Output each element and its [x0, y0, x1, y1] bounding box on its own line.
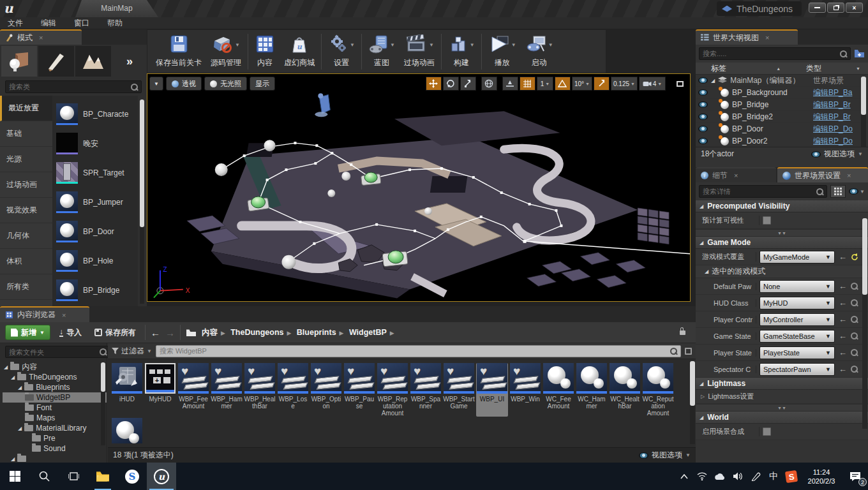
asset-tile[interactable]: ♥WBP_Fee Amount	[177, 363, 209, 417]
asset-tile[interactable]: iHUD	[111, 363, 143, 417]
tree-item[interactable]: ◢内容	[3, 362, 107, 372]
game-state-dropdown[interactable]: GameStateBase▼	[760, 330, 835, 343]
show-menu-button[interactable]: 显示	[250, 77, 275, 91]
browse-icon[interactable]	[851, 366, 858, 373]
details-search-input[interactable]	[703, 188, 816, 195]
play-button[interactable]: ▼ 播放	[484, 33, 521, 70]
outliner-row[interactable]: BP_Bridge 编辑BP_Br	[696, 99, 868, 111]
use-selected-icon[interactable]: ←	[839, 364, 847, 374]
modes-search-input[interactable]	[9, 83, 131, 91]
landscape-mode-button[interactable]	[75, 46, 111, 77]
menu-help[interactable]: 帮助	[107, 18, 123, 29]
surface-snap-button[interactable]	[502, 77, 518, 91]
tree-item[interactable]: ◢	[3, 454, 107, 463]
details-view-options-button[interactable]: ▼	[849, 188, 865, 195]
edit-blueprint-link[interactable]: 编辑BP_Ba	[813, 87, 868, 98]
section-expander[interactable]: ▼▼	[696, 404, 868, 412]
modes-scrollbar[interactable]	[140, 100, 144, 304]
add-new-button[interactable]: 新增▼	[5, 325, 50, 340]
player-controller-dropdown[interactable]: MyController▼	[760, 313, 835, 326]
section-lightmass[interactable]: ◢Lightmass	[696, 378, 868, 390]
blueprints-button[interactable]: ▼ 蓝图	[364, 33, 400, 70]
volume-icon[interactable]	[729, 463, 747, 490]
sogou-tray-icon[interactable]: S	[782, 463, 800, 490]
close-icon[interactable]: ×	[847, 172, 851, 179]
use-selected-icon[interactable]: ←	[839, 252, 847, 262]
save-search-icon[interactable]	[685, 348, 692, 355]
gamemode-override-dropdown[interactable]: MyGameMode▼	[760, 251, 835, 264]
scale-snap-value[interactable]: 0.125▼	[611, 77, 638, 91]
folder-search-input[interactable]	[9, 348, 100, 356]
asset-tile[interactable]: WC_Fee Amount	[542, 363, 574, 417]
import-button[interactable]: ↓ 导入	[56, 327, 86, 338]
minimize-button[interactable]	[809, 3, 826, 13]
visibility-eye-icon[interactable]	[698, 77, 708, 84]
maximize-viewport-button[interactable]	[672, 77, 688, 91]
section-precomputed-visibility[interactable]: ◢Precomputed Visibility	[696, 200, 868, 212]
settings-button[interactable]: ▼ 设置	[324, 33, 359, 70]
browse-icon[interactable]	[851, 299, 858, 306]
breadcrumb-widgetbp[interactable]: WidgetBP	[349, 328, 387, 337]
visibility-eye-icon[interactable]	[698, 89, 708, 96]
asset-tile[interactable]: WC_HealthBar	[609, 363, 641, 417]
forward-button[interactable]: →	[165, 327, 175, 338]
grid-snap-button[interactable]	[520, 77, 535, 91]
section-game-mode[interactable]: ◢Game Mode	[696, 237, 868, 249]
start-button[interactable]	[0, 463, 29, 490]
placeable-item[interactable]: BP_Door	[56, 217, 138, 246]
level-tab[interactable]: MainMap	[75, 0, 158, 17]
placeable-item[interactable]: BP_Jumper	[56, 188, 138, 217]
use-selected-icon[interactable]: ←	[839, 281, 847, 291]
enable-world-composition-checkbox[interactable]	[763, 427, 771, 436]
restore-button[interactable]	[827, 3, 844, 13]
tree-scrollbar[interactable]	[101, 362, 105, 445]
asset-tile[interactable]: ♥WBP_Spanner	[410, 363, 442, 417]
category-basic[interactable]: 基础	[0, 121, 52, 147]
placeable-item[interactable]: BP_Characte	[56, 100, 138, 129]
asset-search-input[interactable]	[160, 347, 670, 355]
expand-icon[interactable]: ◢	[711, 78, 715, 84]
unreal-editor-taskbar-button[interactable]: u	[147, 463, 176, 490]
tutorial-cap-icon[interactable]	[722, 6, 732, 12]
asset-tile[interactable]: ♥WBP_Start Game	[443, 363, 475, 417]
edit-blueprint-link[interactable]: 编辑BP_Do	[813, 136, 868, 147]
column-type[interactable]: 类型	[806, 63, 856, 74]
tree-item-selected[interactable]: WidgetBP	[3, 392, 107, 403]
breadcrumb-content[interactable]: 内容	[202, 328, 218, 337]
use-selected-icon[interactable]: ←	[839, 298, 847, 308]
asset-tile[interactable]: ♥WBP_Reputation Amount	[377, 363, 408, 417]
save-level-button[interactable]: 保存当前关卡	[151, 33, 206, 70]
asset-search[interactable]	[156, 345, 681, 357]
filters-button[interactable]: 过滤器▼	[112, 346, 152, 357]
asset-tile[interactable]: ♥WBP_Pause	[343, 363, 375, 417]
launch-button[interactable]: ▼ 启动	[521, 33, 558, 70]
use-selected-icon[interactable]: ←	[839, 315, 847, 324]
column-label[interactable]: 标签	[711, 63, 776, 74]
use-selected-icon[interactable]: ←	[839, 331, 847, 341]
lock-button[interactable]	[680, 330, 685, 335]
taskbar-search-button[interactable]	[29, 463, 59, 490]
source-control-button[interactable]: ▼ 源码管理	[206, 33, 246, 70]
tree-item[interactable]: Maps	[3, 413, 107, 423]
outliner-search[interactable]	[699, 47, 851, 60]
menu-window[interactable]: 窗口	[74, 18, 89, 29]
browse-icon[interactable]	[851, 332, 858, 339]
marketplace-button[interactable]: u 虚幻商城	[280, 33, 319, 70]
action-center-button[interactable]: 2	[842, 463, 868, 490]
close-icon[interactable]: ×	[734, 172, 738, 179]
type-filter-icon[interactable]: ▼	[856, 66, 860, 71]
ime-indicator[interactable]: 中	[765, 463, 782, 490]
tree-item[interactable]: ◢MaterialLibrary	[3, 423, 107, 433]
expand-icon[interactable]: ▷	[701, 394, 705, 399]
tree-item[interactable]: ◢TheDungeons	[3, 372, 107, 382]
category-recent[interactable]: 最近放置	[0, 96, 52, 121]
browser-button[interactable]: S	[117, 463, 147, 490]
category-lights[interactable]: 光源	[0, 147, 52, 172]
visibility-eye-icon[interactable]	[698, 101, 708, 108]
placeable-item[interactable]: BP_Bridge	[56, 276, 138, 305]
task-view-button[interactable]	[59, 463, 88, 490]
asset-tile[interactable]: WC_Hammer	[576, 363, 608, 417]
close-icon[interactable]: ×	[765, 34, 769, 41]
cb-view-options-button[interactable]: 视图选项▼	[639, 450, 691, 461]
asset-tile[interactable]: WC_Reputation Amount	[642, 363, 674, 417]
